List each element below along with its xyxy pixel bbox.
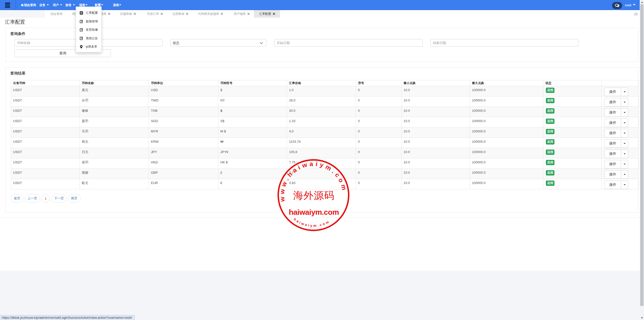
caret-down-icon <box>624 143 626 144</box>
action-button[interactable]: 操作 <box>605 139 621 148</box>
col-header-7: 最小兑换 <box>401 80 470 86</box>
action-caret-button[interactable] <box>621 181 628 189</box>
action-button[interactable]: 操作 <box>605 160 621 168</box>
col-header-3: 币种单位 <box>149 80 218 86</box>
cell-currency-name: 美元 <box>80 86 149 96</box>
cell-currency-name: 日元 <box>80 148 149 158</box>
chevron-down-icon <box>60 4 62 6</box>
cell-sell-currency: USDT <box>11 107 80 117</box>
cell-rate-price: 1.33 <box>287 117 356 127</box>
stamp-arc-bottom-text: haiwaiym.com <box>293 217 331 228</box>
tab-close-icon[interactable] <box>160 13 163 15</box>
tab-用户报表[interactable]: 用户报表 <box>228 10 255 18</box>
tab-充值订单[interactable]: 充值订单 <box>142 10 168 18</box>
page-number-button[interactable]: 1 <box>41 194 50 203</box>
table-row: USDT新币SGDS$1.33010.0100000.0启用操作 <box>11 117 639 127</box>
col-header-2: 币种名称 <box>80 80 149 86</box>
action-caret-button[interactable] <box>621 150 628 158</box>
action-caret-button[interactable] <box>621 129 628 137</box>
cell-sell-currency: USDT <box>11 179 80 189</box>
scroll-up-icon <box>641 2 643 3</box>
tab-close-icon[interactable] <box>186 13 188 15</box>
start-date-input[interactable] <box>274 39 423 47</box>
menu-item-ip黑名单[interactable]: ip黑名单 <box>76 43 101 51</box>
tab-close-icon[interactable] <box>134 13 136 15</box>
cell-currency-name: 港币 <box>80 158 149 169</box>
action-button[interactable]: 操作 <box>605 98 621 106</box>
menu-item-首页轮播[interactable]: 首页轮播 <box>76 26 101 34</box>
tab-综合查询[interactable]: 综合查询 <box>45 10 67 18</box>
cell-max-exchange: 100000.0 <box>470 96 543 107</box>
action-button[interactable]: 操作 <box>605 150 621 158</box>
nav-item-1[interactable]: 综合查询 <box>21 0 36 10</box>
cell-max-exchange: 100000.0 <box>470 107 543 117</box>
action-button[interactable]: 操作 <box>605 129 621 137</box>
tab-close-icon[interactable] <box>247 13 250 15</box>
cell-actions: 操作 <box>602 86 639 96</box>
action-button[interactable]: 操作 <box>605 108 621 117</box>
tabbar-left-spacer <box>0 10 45 18</box>
nav-item-4[interactable]: 财务 <box>66 0 75 10</box>
action-button[interactable]: 操作 <box>605 181 621 189</box>
table-row: USDT英镑GBP£0.7010.0100000.0启用操作 <box>11 169 639 179</box>
action-caret-button[interactable] <box>621 108 628 117</box>
nav-item-3[interactable]: 用户 <box>53 0 62 10</box>
action-button[interactable]: 操作 <box>605 119 621 127</box>
cell-seq: 0 <box>356 179 401 189</box>
tab-close-icon[interactable] <box>221 13 223 15</box>
action-button[interactable]: 操作 <box>605 88 621 96</box>
action-caret-button[interactable] <box>621 139 628 148</box>
cell-rate-price: 30.0 <box>287 107 356 117</box>
chat-button[interactable] <box>612 2 622 9</box>
cell-actions: 操作 <box>602 107 639 117</box>
tab-close-icon[interactable] <box>273 13 275 15</box>
refresh-icon[interactable] <box>634 12 637 15</box>
user-menu[interactable]: root <box>625 0 636 10</box>
cell-currency-name: 欧元 <box>80 179 149 189</box>
action-caret-button[interactable] <box>621 170 628 179</box>
tab-店铺审核[interactable]: 店铺审核 <box>115 10 141 18</box>
menu-item-新闻管理[interactable]: 新闻管理 <box>76 17 101 26</box>
cell-max-exchange: 100000.0 <box>470 148 543 158</box>
table-row: USDT台币TWDNT28.0010.0100000.0启用操作 <box>11 96 639 107</box>
tab-汇率配置[interactable]: 汇率配置 <box>254 10 280 18</box>
cell-rate-price: 7.75 <box>287 158 356 169</box>
page-last-button[interactable]: 尾页 <box>68 194 80 203</box>
nav-item-2[interactable]: 业务 <box>39 0 49 10</box>
scrollbar-up-button[interactable] <box>640 0 644 4</box>
nav-item-label: 综合查询 <box>24 3 36 7</box>
menu-item-系统公告[interactable]: 系统公告 <box>76 34 101 43</box>
tab-label: 店铺审核 <box>120 12 132 16</box>
col-header-6: 序号 <box>356 80 401 86</box>
action-caret-button[interactable] <box>621 160 628 168</box>
menu-item-汇率配置[interactable]: 汇率配置 <box>76 9 101 17</box>
action-button[interactable]: 操作 <box>605 170 621 179</box>
scrollbar-down-button[interactable] <box>640 316 644 320</box>
cell-min-exchange: 10.0 <box>401 138 470 148</box>
cell-currency-unit: GBP <box>149 169 218 179</box>
tab-close-icon[interactable] <box>108 13 110 15</box>
page-next-button[interactable]: 下一页 <box>51 194 67 203</box>
page-first-button[interactable]: 首页 <box>11 194 23 203</box>
cell-seq: 0 <box>356 158 401 169</box>
cell-status: 启用 <box>543 127 602 138</box>
caret-down-icon <box>624 133 626 134</box>
action-caret-button[interactable] <box>621 88 628 96</box>
chevron-down-icon <box>119 4 121 6</box>
action-caret-button[interactable] <box>621 98 628 106</box>
comments-icon <box>615 4 620 8</box>
caret-down-icon <box>624 102 626 103</box>
vertical-scrollbar[interactable] <box>640 0 644 320</box>
nav-item-7[interactable]: 系统 <box>113 0 121 10</box>
page-prev-button[interactable]: 上一页 <box>25 194 40 203</box>
scrollbar-thumb[interactable] <box>640 4 643 306</box>
tab-运营数据[interactable]: 运营数据 <box>167 10 193 18</box>
book-icon <box>79 20 83 23</box>
cell-currency-unit: USD <box>149 86 218 96</box>
end-date-input[interactable] <box>430 39 578 47</box>
caret-down-icon <box>624 153 626 154</box>
tab-代理商充提报表[interactable]: 代理商充提报表 <box>193 10 228 18</box>
cell-currency-name: 新币 <box>80 117 149 127</box>
status-select[interactable]: 状态 <box>170 39 266 47</box>
action-caret-button[interactable] <box>621 119 628 127</box>
